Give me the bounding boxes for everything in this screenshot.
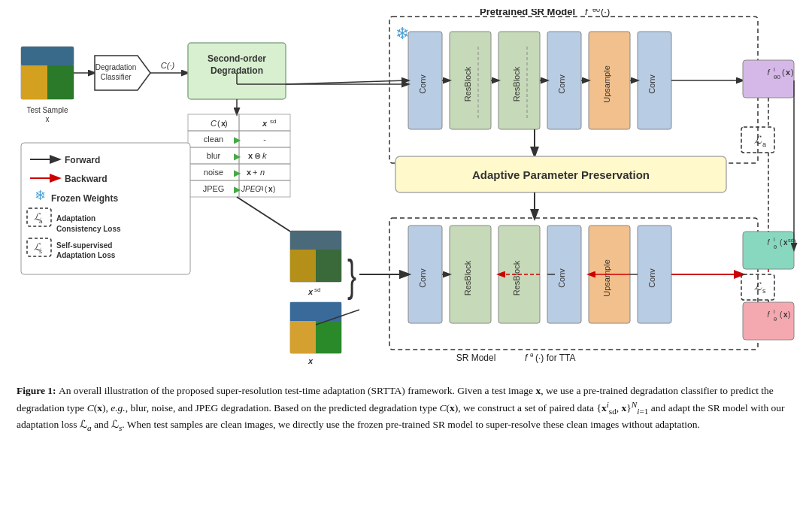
svg-text:(: ( xyxy=(217,119,220,128)
svg-rect-145 xyxy=(290,321,316,353)
main-container: Pretrained SR Model f θ0 (·) ❄ Conv ResB… xyxy=(0,0,812,530)
svg-text:a: a xyxy=(39,218,43,225)
svg-text:): ) xyxy=(273,185,275,193)
svg-text:Conv: Conv xyxy=(557,268,566,288)
svg-text:▶: ▶ xyxy=(234,168,241,178)
svg-text:JPEG: JPEG xyxy=(203,184,225,193)
svg-text:x: x xyxy=(308,287,314,296)
figure-label: Figure 1: xyxy=(17,385,59,396)
diagram-svg: Pretrained SR Model f θ0 (·) ❄ Conv ResB… xyxy=(14,9,798,377)
svg-text:q: q xyxy=(260,184,263,191)
svg-text:x: x xyxy=(308,356,314,365)
svg-text:▶: ▶ xyxy=(234,184,241,195)
svg-rect-86 xyxy=(21,47,74,65)
svg-text:}: } xyxy=(347,250,356,300)
test-sample-label: Test Sample xyxy=(26,106,68,114)
svg-text:x: x xyxy=(262,119,268,128)
svg-text:ResBlock: ResBlock xyxy=(463,260,472,295)
svg-text:(·): (·) xyxy=(601,9,610,17)
frozen-icon: ❄ xyxy=(395,24,409,43)
svg-text:x: x xyxy=(786,68,791,77)
svg-rect-87 xyxy=(21,65,47,99)
svg-rect-25 xyxy=(743,60,794,98)
svg-text:l: l xyxy=(774,66,775,73)
svg-text:ResBlock: ResBlock xyxy=(463,66,472,101)
svg-text:): ) xyxy=(788,310,790,319)
svg-text:-: - xyxy=(263,135,266,144)
svg-text:Upsample: Upsample xyxy=(602,65,611,103)
svg-text:Consistency Loss: Consistency Loss xyxy=(56,225,121,233)
svg-text:ℒ: ℒ xyxy=(754,134,762,146)
legend-backward: Backward xyxy=(65,174,108,184)
caption-area: Figure 1: An overall illustration of the… xyxy=(14,377,798,434)
svg-text:Conv: Conv xyxy=(557,74,566,94)
svg-rect-140 xyxy=(316,250,341,282)
svg-text:sd: sd xyxy=(270,118,276,125)
svg-text:x: x xyxy=(46,115,50,123)
svg-text:ℒ: ℒ xyxy=(754,280,762,292)
svg-text:s: s xyxy=(762,287,766,295)
svg-text:k: k xyxy=(262,151,267,160)
svg-rect-57 xyxy=(743,232,794,269)
svg-text:θ0: θ0 xyxy=(592,9,600,14)
svg-text:Conv: Conv xyxy=(418,268,427,288)
legend-forward: Forward xyxy=(65,155,100,165)
svg-text:Frozen Weights: Frozen Weights xyxy=(51,193,118,204)
svg-text:⊗: ⊗ xyxy=(254,151,261,160)
svg-text:sd: sd xyxy=(788,237,794,244)
sr-tta-label: SR Model xyxy=(456,353,496,363)
svg-text:sd: sd xyxy=(314,286,320,293)
pretrained-label: Pretrained SR Model xyxy=(480,9,575,17)
svg-text:x: x xyxy=(248,151,253,160)
svg-text:Adaptation Loss: Adaptation Loss xyxy=(56,251,116,259)
svg-text:a: a xyxy=(762,141,766,148)
svg-text:▶: ▶ xyxy=(234,151,241,162)
svg-text:s: s xyxy=(39,248,42,255)
legend-frozen-icon: ❄ xyxy=(35,188,46,203)
svg-text:x: x xyxy=(247,168,252,177)
svg-text:Second-order: Second-order xyxy=(208,53,266,64)
adaptive-param-label: Adaptive Parameter Preservation xyxy=(472,168,650,181)
svg-text:θ0: θ0 xyxy=(774,74,780,80)
svg-text:): ) xyxy=(225,119,228,128)
svg-text:θ: θ xyxy=(530,352,534,359)
diagram-area: Pretrained SR Model f θ0 (·) ❄ Conv ResB… xyxy=(14,9,798,377)
svg-rect-138 xyxy=(290,231,341,250)
svg-text:▶: ▶ xyxy=(234,135,241,145)
svg-text:Upsample: Upsample xyxy=(602,259,611,297)
svg-text:(: ( xyxy=(782,68,785,77)
svg-text:Adaptation: Adaptation xyxy=(56,214,95,223)
svg-text:θ: θ xyxy=(774,244,777,250)
svg-rect-88 xyxy=(47,65,74,99)
svg-text:blur: blur xyxy=(207,151,221,160)
svg-rect-65 xyxy=(743,302,794,340)
svg-text:ResBlock: ResBlock xyxy=(512,260,521,295)
svg-text:JPEG: JPEG xyxy=(241,185,261,193)
svg-text:Conv: Conv xyxy=(647,268,656,288)
svg-rect-139 xyxy=(290,250,316,282)
svg-text:+: + xyxy=(253,168,257,177)
svg-text:(·) for TTA: (·) for TTA xyxy=(535,353,576,363)
svg-text:Self-supervised: Self-supervised xyxy=(56,241,112,250)
svg-text:noise: noise xyxy=(204,168,223,177)
svg-text:clean: clean xyxy=(204,135,223,144)
svg-text:Conv: Conv xyxy=(418,74,427,94)
svg-text:): ) xyxy=(791,68,794,77)
svg-text:n: n xyxy=(260,168,265,177)
svg-text:Classifier: Classifier xyxy=(100,73,132,81)
svg-text:C(·): C(·) xyxy=(161,61,175,70)
svg-text:C: C xyxy=(211,119,217,128)
svg-text:Degradation: Degradation xyxy=(95,63,136,71)
svg-rect-146 xyxy=(316,321,341,353)
caption-text: An overall illustration of the proposed … xyxy=(17,385,785,430)
svg-text:Conv: Conv xyxy=(647,74,656,94)
svg-text:θ: θ xyxy=(774,316,777,323)
svg-text:ResBlock: ResBlock xyxy=(512,66,521,101)
